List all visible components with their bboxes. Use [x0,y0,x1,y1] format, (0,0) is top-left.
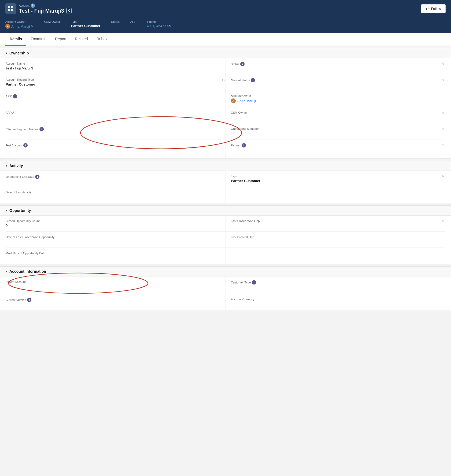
field-last-closed-won-label: Last Closed Won Opp [231,219,445,223]
svg-line-7 [68,10,70,11]
meta-arr-label: ARR [130,20,136,23]
meta-bar: Account Owner A Anna Maruji ✎ CSM Owner … [0,18,451,33]
field-type: Type Partner Customer ✎ [226,171,445,187]
current-version-info-icon[interactable]: i [27,298,31,302]
status-info-icon[interactable]: i [240,62,245,66]
field-date-last-act-label: Date of Last Activity [6,191,220,194]
field-account-currency: Account Currency [226,294,445,310]
ownership-chevron-icon: ▾ [6,51,7,55]
meta-owner-label: Account Owner [5,20,33,23]
field-account-owner: Account Owner A Anna Maruji [226,90,445,107]
tab-zoominfo[interactable]: ZoomInfo [26,33,51,46]
test-acct-info-icon[interactable]: i [23,143,28,147]
meta-csm-label: CSM Owner [44,20,60,23]
acct-info-fields: Parent Account ✎ Customer Type i [6,276,445,310]
test-account-checkbox[interactable] [6,150,9,153]
meta-status-label: Status [111,20,119,23]
field-current-version-label: Current Version i [6,298,220,302]
meta-phone-value[interactable]: (801) 454-9999 [147,24,171,28]
opportunity-body: Closed Opportunity Count 0 Last Closed W… [0,216,451,264]
field-current-version: Current Version i [6,294,226,310]
section-ownership-header[interactable]: ▾ Ownership [0,48,451,58]
acct-owner-avatar: A [231,98,236,103]
section-ownership: ▾ Ownership Account Name Test - Fuji Mar… [0,48,451,158]
onboard-end-info-icon[interactable]: i [35,175,39,179]
section-opportunity: ▾ Opportunity Closed Opportunity Count 0… [0,205,451,264]
tab-rubex[interactable]: Rubex [92,33,111,46]
partner-info-icon[interactable]: i [242,143,246,147]
field-closed-opp-count-label: Closed Opportunity Count [6,219,220,223]
field-opp-empty [226,248,445,264]
edit-csm-owner-icon[interactable]: ✎ [442,111,444,115]
activity-chevron-icon: ▾ [6,164,7,168]
field-6sense-label: 6Sense Segment Names i [6,127,220,131]
owner-edit-icon[interactable]: ✎ [31,25,33,28]
field-account-name-label: Account Name [6,62,220,65]
field-onboard-end-label: Onboarding End Date i [6,175,220,179]
section-activity: ▾ Activity Onboarding End Date i ✎ Type [0,161,451,203]
field-test-account: Test Account i [6,139,226,158]
owner-avatar: A [5,24,10,29]
field-type-value: Partner Customer [231,179,445,183]
account-name-heading: Test - Fuji Maruji3 [19,8,64,14]
app-icon [5,3,16,14]
section-opportunity-header[interactable]: ▾ Opportunity [0,206,451,216]
meta-type-value: Partner Customer [71,24,100,28]
field-acct-owner-label: Account Owner [231,94,445,97]
title-area: Account i Test - Fuji Maruji3 [19,3,72,14]
tab-report[interactable]: Report [51,33,71,46]
svg-rect-2 [8,9,10,11]
activity-fields: Onboarding End Date i ✎ Type Partner Cus… [6,171,445,203]
page-header: Account i Test - Fuji Maruji3 + + Follow [0,0,451,18]
field-test-acct-label: Test Account i [6,143,220,147]
field-customer-type-label: Customer Type i [231,280,445,285]
edit-manual-status-icon[interactable]: ✎ [442,78,444,82]
ownership-body: Account Name Test - Fuji Maruji3 ✎ Statu… [0,58,451,158]
activity-title: Activity [9,164,23,168]
follow-button[interactable]: + + Follow [421,4,446,13]
meta-type-label: Type [71,20,100,23]
meta-arr: ARR [130,20,136,29]
field-most-recent-opp-label: Most Recent Opportunity Date [6,252,220,255]
section-acct-info-header[interactable]: ▾ Account Information [0,267,451,276]
field-arr-label: ARR i [6,94,220,98]
arr-info-icon[interactable]: i [13,94,17,98]
field-onboarding-end-date: Onboarding End Date i ✎ [6,171,226,187]
field-status-label: Status i [231,62,445,66]
share-icon[interactable] [66,8,72,13]
customer-type-info-icon[interactable]: i [252,280,256,285]
tab-details[interactable]: Details [5,33,26,46]
field-date-last-activity: Date of Last Activity [6,187,226,203]
ownership-title: Ownership [9,51,29,55]
tab-related[interactable]: Related [71,33,92,46]
edit-art-icon[interactable]: ⟳ [222,78,225,82]
field-status: Status i ✎ [226,58,445,74]
field-closed-opp-count-value: 0 [6,224,220,228]
field-csm-owner: CSM Owner ✎ [226,107,445,123]
field-csm-owner-label: CSM Owner [231,111,445,114]
edit-onboarding-mgr-icon[interactable]: ✎ [442,127,444,131]
field-6sense: 6Sense Segment Names i ✎ [6,123,226,139]
field-parent-account: Parent Account ✎ [6,276,226,294]
meta-status: Status [111,20,119,29]
field-arpu: ARPU ✎ [6,107,226,123]
field-account-record-type: Account Record Type Partner Customer ⟳ [6,74,226,90]
meta-owner-value[interactable]: A Anna Maruji ✎ [5,24,33,29]
edit-status-icon[interactable]: ✎ [442,62,444,66]
manual-status-info-icon[interactable]: i [251,78,255,82]
section-activity-header[interactable]: ▾ Activity [0,161,451,171]
page-content: ▾ Ownership Account Name Test - Fuji Mar… [0,48,451,310]
field-parent-acct-label: Parent Account [6,280,220,283]
field-acct-owner-value[interactable]: A Anna Maruji [231,98,445,103]
record-type-info-icon[interactable]: i [31,3,35,8]
field-date-last-closed-label: Date of Last Closed Won Opportunity [6,235,220,239]
field-account-name-value: Test - Fuji Maruji3 [6,66,220,70]
field-manual-status-label: Manual Status i [231,78,445,82]
6sense-info-icon[interactable]: i [39,127,44,131]
field-onboarding-manager: Onboarding Manager ✎ [226,123,445,139]
edit-partner-icon[interactable]: ✎ [442,143,444,147]
edit-last-closed-icon[interactable]: ✎ [442,219,444,223]
header-left: Account i Test - Fuji Maruji3 [5,3,72,14]
field-last-created-opp-label: Last Created Opp [231,235,445,239]
edit-type-icon[interactable]: ✎ [442,175,444,178]
